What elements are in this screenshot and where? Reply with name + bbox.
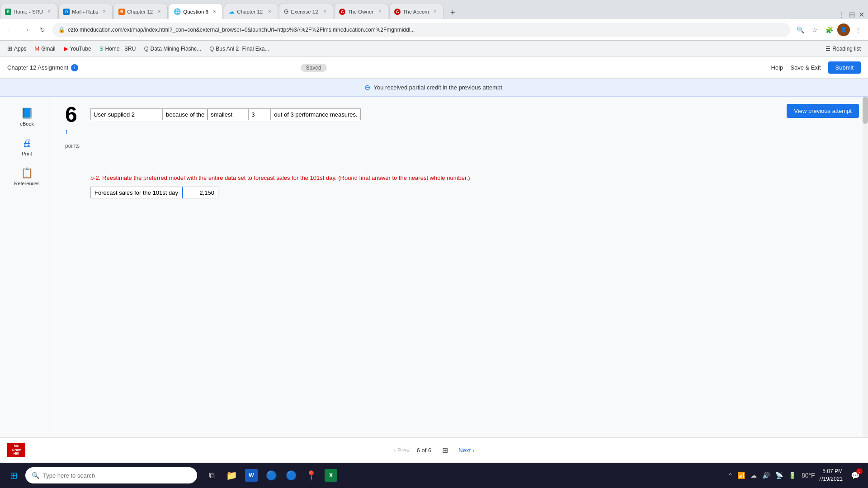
bookmark-datamining-label: Data Mining Flashc... [151,46,202,52]
reload-button[interactable]: ↻ [36,23,49,36]
globe-favicon: 🌐 [174,8,181,15]
tab-title-question6: Question 6 [183,9,208,14]
tab-close-sheets[interactable]: × [45,8,52,15]
tab-bitly[interactable]: B Chapter 12 × [113,4,168,19]
tab-bar: S Home - SRU × O Mail - Rabs × B Chapter… [0,0,868,19]
notification-center[interactable]: 💬 5 [846,466,864,484]
tab-sheets[interactable]: S Home - SRU × [0,4,57,19]
field2-input[interactable] [208,108,248,120]
next-chevron-icon: › [472,447,474,454]
gmail-icon: M [34,45,39,52]
bookmark-busanl-label: Bus Anl 2- Final Exa... [216,46,269,52]
tab-owner[interactable]: C The Owner × [334,4,388,19]
back-button[interactable]: ← [4,23,16,36]
help-button[interactable]: Help [771,64,783,71]
taskbar-right: ^ 📶 ☁ 🔊 📡 🔋 80°F 5:07 PM 7/19/2021 💬 5 [729,466,864,484]
network-icon[interactable]: 📶 [737,472,745,479]
bookmark-apps[interactable]: ⊞ Apps [4,43,30,54]
taskbar-search-bar[interactable]: 🔍 Type here to search [25,467,197,483]
tab-close-bitly[interactable]: × [156,8,163,15]
prev-chevron-icon: ‹ [394,447,396,454]
tab-title-owner: The Owner [348,9,374,14]
tab-close-chapter12b[interactable]: × [266,8,273,15]
prev-button[interactable]: ‹ Prev [394,447,410,454]
bookmark-youtube-label: YouTube [70,46,91,52]
taskbar-word[interactable]: W [242,466,260,484]
field1-input[interactable] [90,108,163,120]
tab-title-chapter12b: Chapter 12 [237,9,264,14]
scrollbar-track[interactable] [863,97,868,437]
taskbar-search-icon: 🔍 [32,472,39,479]
sidebar: 📘 eBook 🖨 Print 📋 References [0,97,54,437]
scrollbar-thumb[interactable] [863,97,868,124]
more-button[interactable]: ⋮ [852,23,864,36]
bookmark-home-sru[interactable]: S Home - SRU [96,43,140,54]
next-button[interactable]: Next › [458,447,474,454]
taskbar-maps[interactable]: 📍 [302,466,320,484]
bookmark-busanl[interactable]: Q Bus Anl 2- Final Exa... [206,43,273,54]
search-button[interactable]: 🔍 [794,23,807,36]
clock-time: 5:07 PM [819,468,843,475]
file-explorer-icon: 📁 [226,470,237,481]
forward-button[interactable]: → [20,23,33,36]
tab-close-question6[interactable]: × [211,8,218,15]
grid-view-button[interactable]: ⊞ [439,444,451,457]
references-tool[interactable]: 📋 References [9,164,45,190]
tab-close-accomp[interactable]: × [431,8,439,15]
outlook-favicon: O [63,9,70,15]
tab-search-button[interactable]: ⋮ [838,10,845,19]
field3-input[interactable] [248,108,271,120]
url-bar[interactable]: 🔒 ezto.mheducation.com/ext/map/index.htm… [52,23,790,37]
tab-outlook[interactable]: O Mail - Rabs × [58,4,113,19]
bookmark-datamining[interactable]: Q Data Mining Flashc... [140,43,205,54]
ebook-tool[interactable]: 📘 eBook [9,104,45,130]
taskbar-chrome[interactable]: 🔵 [262,466,280,484]
start-button[interactable]: ⊞ [4,465,24,485]
system-clock[interactable]: 5:07 PM 7/19/2021 [819,468,843,483]
bookmark-gmail[interactable]: M Gmail [31,43,59,54]
chevron-up-icon[interactable]: ^ [729,472,732,479]
owner-favicon: C [339,9,345,15]
forecast-input[interactable] [182,187,218,198]
taskbar-file-explorer[interactable]: 📁 [222,466,241,484]
notice-text: You received partial credit in the previ… [374,84,504,91]
bookmark-home-sru-label: Home - SRU [105,46,136,52]
taskbar-excel[interactable]: X [322,466,340,484]
pagination-bar: McGrawHill ‹ Prev 6 of 6 ⊞ Next › [0,437,868,463]
restore-button[interactable]: ⊟ [849,10,855,19]
tab-accomp[interactable]: C The Accom × [389,4,443,19]
close-window-button[interactable]: ✕ [859,10,864,19]
b2-label: b-2. Reestimate the preferred model with… [90,174,470,181]
tab-close-owner[interactable]: × [376,8,383,15]
notice-icon: ⊖ [364,83,370,92]
info-icon[interactable]: i [71,64,78,71]
reading-list-button[interactable]: ☰ Reading list [822,44,864,54]
bookmark-youtube[interactable]: ▶ YouTube [60,43,95,54]
tab-close-outlook[interactable]: × [100,8,108,15]
tab-chapter12b[interactable]: ☁ Chapter 12 × [224,4,278,19]
sru-icon: S [99,45,104,52]
tab-question6[interactable]: 🌐 Question 6 × [169,4,223,19]
save-exit-button[interactable]: Save & Exit [790,64,821,71]
battery-icon[interactable]: 🔋 [788,472,796,479]
current-page: 6 [417,447,420,454]
profile-button[interactable]: 👤 [837,23,850,36]
taskbar-task-view[interactable]: ⧉ [203,466,221,484]
submit-button[interactable]: Submit [828,61,861,74]
b2-label-text: b-2. Reestimate the preferred model with… [90,174,337,181]
bookmark-button[interactable]: ☆ [808,23,821,36]
weather-temp: 80°F [802,472,815,479]
pagination-info: 6 of 6 [417,447,432,454]
extensions-button[interactable]: 🧩 [823,23,835,36]
datamining-icon: Q [144,45,148,52]
tab-exercise12[interactable]: G Exercise 12 × [279,4,333,19]
tab-close-exercise12[interactable]: × [321,8,328,15]
cloud-icon[interactable]: ☁ [750,472,757,479]
wifi-icon[interactable]: 📡 [775,472,783,479]
taskbar-chrome2[interactable]: 🔵 [282,466,300,484]
print-tool[interactable]: 🖨 Print [9,134,45,160]
speaker-icon[interactable]: 🔊 [762,472,770,479]
grid-icon: ⊞ [442,446,448,455]
view-previous-attempt-button[interactable]: View previous attempt [787,104,859,118]
new-tab-button[interactable]: + [446,6,459,19]
